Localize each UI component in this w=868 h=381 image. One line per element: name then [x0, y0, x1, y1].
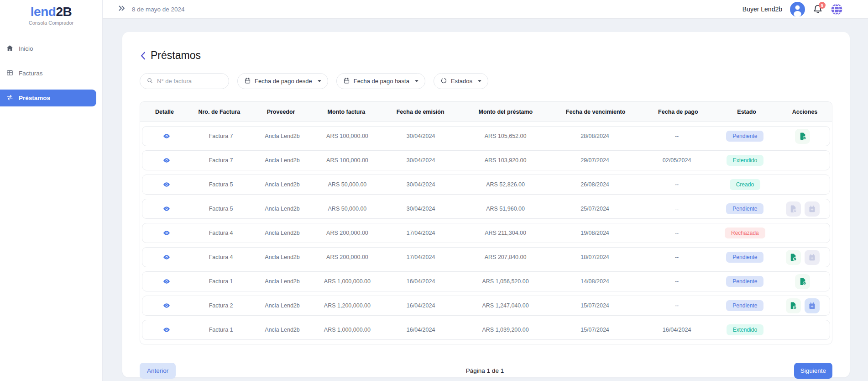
sidebar-item-facturas[interactable]: Facturas — [0, 65, 102, 82]
next-page-button[interactable]: Siguiente — [794, 363, 832, 379]
sidebar-item-inicio[interactable]: Inicio — [0, 40, 102, 57]
table-rows: Factura 7Ancla Lend2bARS 100,000.0030/04… — [140, 126, 832, 340]
cell-proveedor: Ancla Lend2b — [251, 230, 314, 236]
cell-nro-factura: Factura 7 — [191, 133, 251, 139]
topbar-right: Buyer Lend2b 5 — [743, 2, 843, 17]
extend-document-button[interactable] — [786, 250, 801, 265]
cell-fecha-vencimiento: 29/07/2024 — [550, 157, 639, 164]
cell-proveedor: Ancla Lend2b — [251, 278, 314, 285]
cell-fecha-pago: 02/05/2024 — [639, 157, 714, 164]
invoice-search-field[interactable] — [140, 73, 229, 89]
cell-fecha-vencimiento: 14/08/2024 — [550, 278, 639, 285]
cell-nro-factura: Factura 4 — [191, 230, 251, 236]
sidebar-nav: Inicio Facturas Préstamos — [0, 40, 102, 106]
extend-document-button[interactable] — [795, 129, 810, 144]
extend-document-button-disabled — [786, 201, 801, 217]
extend-document-button[interactable] — [786, 298, 801, 313]
cell-monto-factura: ARS 100,000.00 — [314, 133, 381, 139]
prestamos-card: Préstamos Fecha de pago desde — [122, 32, 850, 377]
cell-fecha-pago: -- — [639, 302, 714, 309]
logo-text: lend2B — [0, 5, 102, 19]
cell-monto-prestamo: ARS 105,652.00 — [460, 133, 550, 139]
cell-proveedor: Ancla Lend2b — [251, 206, 314, 212]
status-badge: Extendido — [727, 324, 763, 335]
column-header: Fecha de emisión — [380, 109, 460, 115]
table-row: Factura 4Ancla Lend2bARS 200,000.0017/04… — [142, 247, 830, 267]
collapse-sidebar-icon[interactable] — [118, 4, 126, 14]
status-filter-label: Estados — [451, 78, 472, 85]
extend-document-button[interactable] — [795, 274, 810, 289]
chevron-down-icon — [318, 80, 321, 82]
cell-fecha-emision: 16/04/2024 — [381, 302, 461, 309]
date-to-label: Fecha de pago hasta — [354, 78, 409, 85]
cell-fecha-pago: -- — [639, 230, 714, 236]
sidebar-item-label: Facturas — [19, 70, 43, 77]
cell-nro-factura: Factura 1 — [191, 327, 251, 333]
cell-fecha-vencimiento: 15/07/2024 — [550, 327, 639, 333]
sidebar-item-prestamos[interactable]: Préstamos — [0, 90, 96, 106]
main-column: 8 de mayo de 2024 Buyer Lend2b 5 — [103, 0, 868, 381]
view-detail-eye-button[interactable] — [163, 157, 170, 164]
table-row: Factura 4Ancla Lend2bARS 200,000.0017/04… — [142, 223, 830, 243]
schedule-payment-button-disabled — [805, 201, 820, 217]
table-row: Factura 5Ancla Lend2bARS 50,000.0030/04/… — [142, 199, 830, 219]
column-header: Proveedor — [250, 109, 313, 115]
cell-fecha-emision: 30/04/2024 — [381, 157, 461, 164]
status-badge: Creado — [730, 179, 760, 190]
view-detail-eye-button[interactable] — [163, 302, 170, 309]
cell-monto-factura: ARS 200,000.00 — [314, 254, 381, 260]
language-globe-button[interactable] — [831, 3, 843, 16]
view-detail-eye-button[interactable] — [163, 278, 170, 285]
view-detail-eye-button[interactable] — [163, 205, 170, 212]
view-detail-eye-button[interactable] — [163, 326, 170, 333]
cell-monto-factura: ARS 50,000.00 — [314, 181, 381, 188]
cell-fecha-emision: 30/04/2024 — [381, 133, 461, 139]
status-filter[interactable]: Estados — [434, 73, 488, 89]
table-row: Factura 1Ancla Lend2bARS 1,000,000.0016/… — [142, 271, 830, 291]
cell-proveedor: Ancla Lend2b — [251, 302, 314, 309]
chevron-down-icon — [415, 80, 418, 82]
home-icon — [6, 44, 14, 53]
previous-page-button[interactable]: Anterior — [140, 363, 176, 379]
cell-fecha-emision: 17/04/2024 — [381, 254, 461, 260]
notifications-button[interactable]: 5 — [813, 4, 823, 15]
sidebar-item-label: Préstamos — [19, 95, 50, 101]
search-icon — [146, 77, 153, 85]
cell-nro-factura: Factura 5 — [191, 181, 251, 188]
cell-fecha-emision: 16/04/2024 — [381, 278, 461, 285]
user-avatar[interactable] — [790, 2, 805, 17]
schedule-payment-button[interactable] — [805, 298, 820, 313]
view-detail-eye-button[interactable] — [163, 254, 170, 261]
cell-acciones — [776, 201, 830, 217]
cell-fecha-vencimiento: 26/08/2024 — [550, 181, 639, 188]
grid-icon — [6, 69, 14, 78]
search-input[interactable] — [157, 78, 222, 85]
view-detail-eye-button[interactable] — [163, 229, 170, 237]
date-from-filter[interactable]: Fecha de pago desde — [237, 73, 328, 89]
status-badge: Pendiente — [726, 131, 763, 142]
back-button[interactable] — [140, 51, 146, 60]
cell-monto-factura: ARS 1,000,000.00 — [314, 327, 381, 333]
cell-proveedor: Ancla Lend2b — [251, 254, 314, 260]
cell-fecha-emision: 16/04/2024 — [381, 327, 461, 333]
status-badge: Pendiente — [726, 252, 763, 263]
cell-proveedor: Ancla Lend2b — [251, 157, 314, 164]
view-detail-eye-button[interactable] — [163, 132, 170, 140]
page-info: Página 1 de 1 — [176, 367, 794, 374]
calendar-icon — [343, 77, 350, 85]
table-row: Factura 5Ancla Lend2bARS 50,000.0030/04/… — [142, 175, 830, 195]
cell-monto-prestamo: ARS 1,039,200.00 — [460, 327, 550, 333]
cell-fecha-pago: -- — [639, 181, 714, 188]
column-header: Detalle — [140, 109, 189, 115]
date-to-filter[interactable]: Fecha de pago hasta — [336, 73, 425, 89]
status-badge: Rechazada — [725, 228, 765, 238]
cell-nro-factura: Factura 1 — [191, 278, 251, 285]
cell-fecha-vencimiento: 28/08/2024 — [550, 133, 639, 139]
cell-fecha-vencimiento: 19/08/2024 — [550, 230, 639, 236]
column-header: Fecha de pago — [640, 109, 716, 115]
cell-acciones — [776, 298, 830, 313]
table-row: Factura 2Ancla Lend2bARS 1,200,000.0016/… — [142, 296, 830, 316]
cell-monto-prestamo: ARS 1,056,520.00 — [460, 278, 550, 285]
page-header: Préstamos — [140, 49, 832, 62]
view-detail-eye-button[interactable] — [163, 181, 170, 188]
